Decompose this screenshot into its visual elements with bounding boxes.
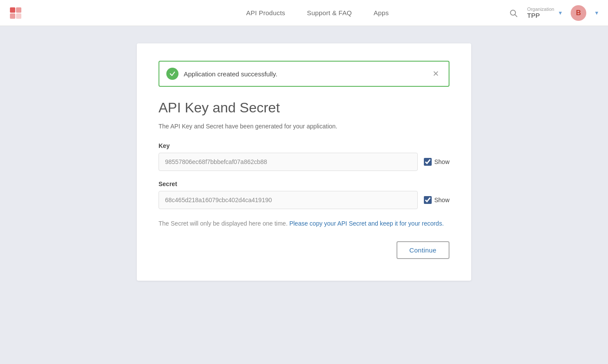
warning-text-highlight: Please copy your API Secret and keep it … xyxy=(287,220,444,227)
svg-rect-2 xyxy=(10,13,15,18)
avatar-chevron-icon: ▼ xyxy=(594,10,599,16)
org-chevron-icon: ▼ xyxy=(558,10,563,16)
navbar-right: Organization TPP ▼ B ▼ xyxy=(507,5,599,21)
key-field-group: Key Show xyxy=(159,142,449,171)
key-input[interactable] xyxy=(159,153,418,171)
svg-rect-1 xyxy=(16,7,21,12)
warning-text: The Secret will only be displayed here o… xyxy=(159,219,449,228)
key-show-group: Show xyxy=(424,158,449,166)
secret-show-label[interactable]: Show xyxy=(434,197,449,203)
page-title: API Key and Secret xyxy=(159,100,449,116)
key-label: Key xyxy=(159,142,449,149)
svg-rect-0 xyxy=(10,7,15,12)
app-logo[interactable] xyxy=(9,6,23,20)
main-content: Application created successfully. ✕ API … xyxy=(0,26,608,364)
avatar[interactable]: B xyxy=(571,5,586,21)
page-description: The API Key and Secret have been generat… xyxy=(159,122,449,131)
search-button[interactable] xyxy=(507,7,519,19)
org-info: Organization TPP xyxy=(527,7,554,19)
card: Application created successfully. ✕ API … xyxy=(137,43,471,281)
secret-field-group: Secret Show xyxy=(159,180,449,209)
success-icon xyxy=(166,68,178,80)
button-row: Continue xyxy=(159,241,449,259)
continue-button[interactable]: Continue xyxy=(397,241,449,259)
nav-link-api-products[interactable]: API Products xyxy=(246,9,285,16)
secret-label: Secret xyxy=(159,180,449,187)
success-banner-left: Application created successfully. xyxy=(166,68,278,80)
secret-field-row: Show xyxy=(159,191,449,209)
key-show-label[interactable]: Show xyxy=(434,158,449,165)
success-banner: Application created successfully. ✕ xyxy=(159,61,449,87)
warning-text-before: The Secret will only be displayed here o… xyxy=(159,220,287,227)
key-field-row: Show xyxy=(159,153,449,171)
search-icon xyxy=(509,9,518,17)
secret-show-group: Show xyxy=(424,196,449,204)
close-banner-button[interactable]: ✕ xyxy=(430,69,442,79)
navbar: API Products Support & FAQ Apps Organiza… xyxy=(0,0,608,26)
nav-link-apps[interactable]: Apps xyxy=(373,9,389,16)
org-name: TPP xyxy=(527,12,554,19)
svg-rect-3 xyxy=(16,13,21,18)
success-message: Application created successfully. xyxy=(184,70,278,78)
org-label-text: Organization xyxy=(527,7,554,12)
nav-link-support-faq[interactable]: Support & FAQ xyxy=(307,9,352,16)
key-show-checkbox[interactable] xyxy=(424,158,432,166)
secret-show-checkbox[interactable] xyxy=(424,196,432,204)
secret-input[interactable] xyxy=(159,191,418,209)
org-selector[interactable]: Organization TPP ▼ xyxy=(527,7,563,19)
svg-line-5 xyxy=(515,14,517,16)
